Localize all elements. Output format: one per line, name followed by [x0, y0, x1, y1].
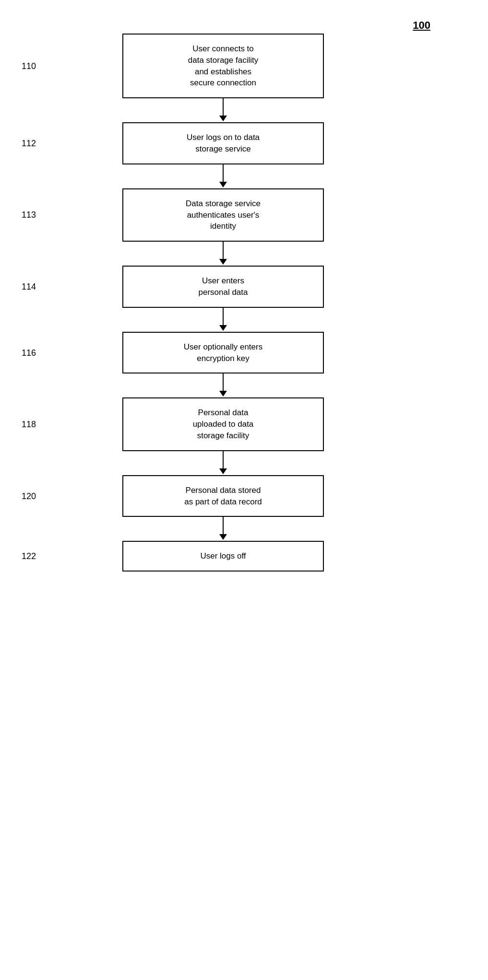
step-box-110: User connects todata storage facilityand… — [122, 34, 324, 98]
arrow-head-1 — [219, 116, 227, 121]
step-text-114: User enterspersonal data — [198, 276, 248, 297]
step-text-113: Data storage serviceauthenticates user's… — [186, 199, 261, 231]
step-text-118: Personal datauploaded to datastorage fac… — [193, 408, 254, 440]
step-box-114: User enterspersonal data — [122, 266, 324, 308]
diagram-container: 100 110 User connects todata storage fac… — [0, 0, 488, 980]
arrow-head-5 — [219, 391, 227, 397]
step-row-110: 110 User connects todata storage facilit… — [67, 34, 379, 98]
step-label-112: 112 — [22, 138, 36, 148]
step-box-118: Personal datauploaded to datastorage fac… — [122, 397, 324, 451]
step-text-110: User connects todata storage facilityand… — [188, 44, 258, 87]
step-label-120: 120 — [22, 491, 36, 501]
arrow-line-7 — [223, 517, 224, 534]
step-row-118: 118 Personal datauploaded to datastorage… — [67, 397, 379, 451]
step-label-118: 118 — [22, 420, 36, 430]
step-label-113: 113 — [22, 210, 36, 220]
step-row-122: 122 User logs off — [67, 541, 379, 572]
step-label-110: 110 — [22, 61, 36, 71]
arrow-6 — [67, 451, 379, 475]
step-box-112: User logs on to datastorage service — [122, 122, 324, 164]
step-box-113: Data storage serviceauthenticates user's… — [122, 188, 324, 242]
arrow-7 — [67, 517, 379, 541]
arrow-5 — [67, 373, 379, 397]
arrow-head-6 — [219, 468, 227, 474]
step-text-120: Personal data storedas part of data reco… — [184, 486, 262, 506]
diagram-title: 100 — [413, 19, 430, 32]
arrow-head-3 — [219, 259, 227, 265]
arrow-head-7 — [219, 534, 227, 540]
step-box-122: User logs off — [122, 541, 324, 572]
arrow-line-3 — [223, 242, 224, 259]
arrow-2 — [67, 164, 379, 188]
step-text-122: User logs off — [200, 551, 246, 560]
step-box-120: Personal data storedas part of data reco… — [122, 475, 324, 517]
step-text-116: User optionally entersencryption key — [184, 342, 262, 363]
step-text-112: User logs on to datastorage service — [187, 133, 260, 153]
arrow-line-1 — [223, 98, 224, 116]
arrow-1 — [67, 98, 379, 122]
arrow-line-6 — [223, 451, 224, 468]
step-row-112: 112 User logs on to datastorage service — [67, 122, 379, 164]
step-label-116: 116 — [22, 348, 36, 358]
step-label-122: 122 — [22, 551, 36, 561]
step-row-120: 120 Personal data storedas part of data … — [67, 475, 379, 517]
step-row-113: 113 Data storage serviceauthenticates us… — [67, 188, 379, 242]
arrow-line-5 — [223, 373, 224, 391]
arrow-head-4 — [219, 325, 227, 331]
arrow-line-2 — [223, 164, 224, 182]
step-row-114: 114 User enterspersonal data — [67, 266, 379, 308]
arrow-line-4 — [223, 308, 224, 325]
arrow-4 — [67, 308, 379, 332]
step-label-114: 114 — [22, 281, 36, 292]
flowchart: 110 User connects todata storage facilit… — [0, 34, 488, 572]
step-row-116: 116 User optionally entersencryption key — [67, 332, 379, 374]
step-box-116: User optionally entersencryption key — [122, 332, 324, 374]
arrow-3 — [67, 242, 379, 266]
arrow-head-2 — [219, 182, 227, 187]
